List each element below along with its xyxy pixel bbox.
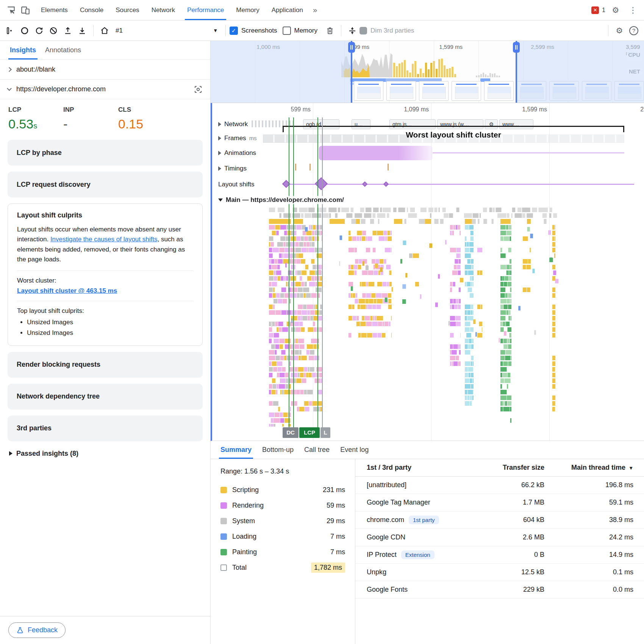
main-thread-track-header[interactable]: Main — https://developer.chrome.com/ (212, 192, 644, 208)
tab-application[interactable]: Application (266, 0, 309, 20)
tab-network[interactable]: Network (145, 0, 181, 20)
screenshot-thumbnail[interactable] (484, 81, 514, 101)
timeline-overview[interactable]: 1,000 ms 599 ms 1,599 ms 2,599 ms 3,599 … (211, 41, 644, 103)
layout-shift-diamond[interactable] (383, 181, 389, 187)
layout-shift-cluster-bar[interactable] (319, 146, 433, 160)
screenshots-checkbox[interactable]: ✓ (230, 27, 238, 35)
column-transfer-size[interactable]: Transfer size (472, 464, 544, 472)
capture-settings-icon[interactable] (345, 23, 360, 38)
save-profile-icon[interactable] (75, 23, 89, 38)
dim-3rd-parties-toggle[interactable] (360, 27, 367, 34)
tab-performance[interactable]: Performance (181, 0, 230, 20)
settings-gear-icon[interactable]: ⚙ (608, 3, 623, 17)
frame-row-developer-chrome[interactable]: https://developer.chrome.com (0, 80, 210, 99)
record-icon[interactable] (17, 23, 32, 38)
inspect-element-icon[interactable] (4, 3, 18, 17)
record-and-reload-icon[interactable] (32, 23, 46, 38)
device-toolbar-icon[interactable] (18, 3, 33, 17)
clear-recording-icon[interactable] (46, 23, 61, 38)
home-icon[interactable] (97, 23, 112, 38)
investigate-layout-shifts-link[interactable]: Investigate the causes of layout shifts (50, 236, 158, 243)
layout-shift-diamond[interactable] (362, 181, 367, 187)
insight-card-lcp-request-discovery[interactable]: LCP request discovery (8, 172, 203, 197)
console-error-icon[interactable]: ✕ (591, 6, 599, 14)
more-tabs-icon[interactable]: » (309, 0, 321, 20)
passed-insights-toggle[interactable]: Passed insights (8) (9, 450, 201, 458)
timings-track-label[interactable]: Timings (216, 164, 249, 173)
frames-track-label[interactable]: Frames ms (216, 134, 259, 142)
main-thread-flamechart[interactable] (212, 208, 644, 427)
main-thread-label[interactable]: Main — https://developer.chrome.com/ (216, 196, 346, 204)
tab-summary[interactable]: Summary (215, 441, 257, 459)
table-row[interactable]: Google Fonts 229 kB 0.0 ms (355, 581, 644, 599)
tab-bottom-up[interactable]: Bottom-up (257, 441, 299, 459)
table-row[interactable]: chrome.com1st party 604 kB 38.9 ms (355, 511, 644, 529)
feedback-button[interactable]: Feedback (8, 622, 66, 638)
metric-inp[interactable]: INP - (63, 106, 118, 131)
screenshot-thumbnail[interactable] (386, 81, 416, 101)
screenshot-thumbnail[interactable] (354, 81, 383, 101)
frame-row-about-blank[interactable]: about://blank (0, 60, 210, 80)
column-party[interactable]: 1st / 3rd party (367, 464, 472, 472)
metric-cls[interactable]: CLS 0.15 (118, 106, 173, 131)
screenshot-filmstrip[interactable] (211, 81, 644, 102)
tab-memory[interactable]: Memory (230, 0, 265, 20)
screenshot-thumbnail[interactable] (549, 81, 579, 101)
tab-sources[interactable]: Sources (109, 0, 145, 20)
layout-shifts-track-label[interactable]: Layout shifts (216, 180, 256, 189)
tab-event-log[interactable]: Event log (335, 441, 374, 459)
history-select[interactable]: #1 ▼ (112, 23, 222, 38)
screenshot-thumbnail[interactable] (452, 81, 481, 101)
field-data-viewfinder-icon[interactable] (194, 85, 203, 94)
animations-track-label[interactable]: Animations (216, 149, 258, 157)
screenshot-thumbnail[interactable] (582, 81, 611, 101)
memory-checkbox[interactable] (283, 27, 291, 35)
help-icon[interactable]: ? (627, 23, 641, 38)
network-request-chip[interactable]: www.js (w… (437, 119, 483, 129)
tab-elements[interactable]: Elements (35, 0, 74, 20)
tab-insights[interactable]: Insights (5, 41, 41, 59)
worst-cluster-link[interactable]: Layout shift cluster @ 463.15 ms (17, 287, 117, 294)
table-row[interactable]: Google CDN 2.6 MB 24.2 ms (355, 529, 644, 546)
marker-dcl[interactable]: DC (283, 427, 299, 438)
overview-left-handle[interactable] (351, 41, 352, 103)
network-track-label[interactable]: Network (216, 120, 250, 128)
layout-shifts-track[interactable]: Layout shifts (212, 176, 644, 192)
tab-call-tree[interactable]: Call tree (299, 441, 335, 459)
screenshot-thumbnail[interactable] (517, 81, 546, 101)
ruler-tick: 2,099 ms (626, 106, 644, 113)
panel-toggle-icon[interactable] (3, 23, 17, 38)
collect-garbage-icon[interactable] (323, 23, 337, 38)
load-marker-line (322, 117, 323, 436)
overview-right-handle[interactable] (516, 41, 517, 103)
kebab-menu-icon[interactable]: ⋮ (626, 3, 640, 17)
marker-load[interactable]: L (320, 427, 330, 438)
insight-card-3rd-parties[interactable]: 3rd parties (8, 416, 203, 441)
table-row[interactable]: [unattributed] 66.2 kB 196.8 ms (355, 477, 644, 494)
network-request-chip[interactable]: www… (499, 119, 533, 129)
network-track[interactable]: Network ogb (d… u… gtm.js… www.js (w… ⚙ … (212, 117, 644, 131)
network-request-chip[interactable]: u… (352, 119, 370, 129)
metric-name: CLS (118, 106, 173, 114)
tab-console[interactable]: Console (74, 0, 109, 20)
layout-shift-diamond[interactable] (315, 177, 328, 190)
load-profile-icon[interactable] (61, 23, 75, 38)
column-main-thread-time[interactable]: Main thread time▼ (544, 464, 633, 472)
capture-gear-icon[interactable]: ⚙ (612, 23, 627, 38)
tab-annotations[interactable]: Annotations (41, 41, 86, 59)
network-request-chip[interactable]: ogb (d… (303, 119, 339, 129)
track-title: Main — https://developer.chrome.com/ (226, 196, 344, 204)
metric-lcp[interactable]: LCP 0.53s (8, 106, 63, 131)
screenshot-thumbnail[interactable] (419, 81, 449, 101)
insight-card-network-dependency-tree[interactable]: Network dependency tree (8, 384, 203, 410)
marker-lcp[interactable]: LCP (299, 427, 320, 438)
table-row[interactable]: Google Tag Manager 1.7 MB 59.1 ms (355, 494, 644, 511)
table-row[interactable]: IP ProtectExtension 0 B 14.9 ms (355, 546, 644, 564)
timings-track[interactable]: Timings (212, 161, 644, 176)
network-request-chip[interactable]: gtm.js… (389, 119, 436, 129)
table-row[interactable]: Unpkg 12.5 kB 0.1 ms (355, 564, 644, 581)
insight-card-lcp-by-phase[interactable]: LCP by phase (8, 140, 203, 166)
network-chip-gear-icon[interactable]: ⚙ (485, 119, 498, 129)
insight-card-render-blocking[interactable]: Render blocking requests (8, 352, 203, 378)
screenshot-thumbnail[interactable] (614, 81, 644, 101)
